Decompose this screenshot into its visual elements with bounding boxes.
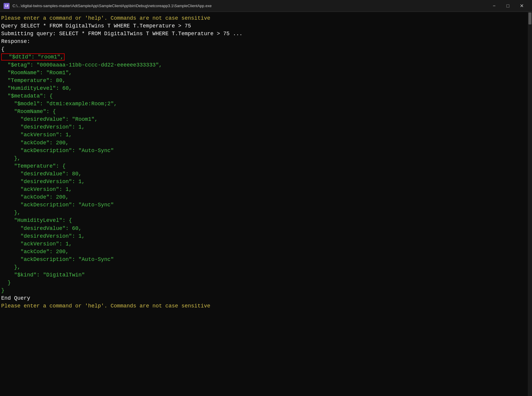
terminal-output: Please enter a command or 'help'. Comman…	[1, 14, 531, 310]
terminal-line: "ackDescription": "Auto-Sync"	[1, 256, 531, 263]
terminal-line: "$model": "dtmi:example:Room;2",	[1, 100, 531, 108]
terminal-line: "$kind": "DigitalTwin"	[1, 271, 531, 279]
terminal-line: },	[1, 263, 531, 271]
terminal-line: "HumidityLevel": 60,	[1, 84, 531, 92]
terminal-line: "ackDescription": "Auto-Sync"	[1, 201, 531, 209]
terminal-line: },	[1, 154, 531, 162]
window-title: C:\...\digital-twins-samples-master\AdtS…	[13, 4, 487, 8]
terminal-line: "ackVersion": 1,	[1, 185, 531, 193]
terminal-line: "desiredVersion": 1,	[1, 123, 531, 131]
highlighted-dt-id: "$dtId": "room1",	[1, 53, 65, 61]
terminal-line: "desiredValue": 60,	[1, 225, 531, 232]
terminal-line: Please enter a command or 'help'. Comman…	[1, 14, 531, 22]
terminal-line: "desiredVersion": 1,	[1, 178, 531, 185]
terminal-window: C# C:\...\digital-twins-samples-master\A…	[0, 0, 532, 396]
terminal-line: "desiredVersion": 1,	[1, 232, 531, 240]
title-bar: C# C:\...\digital-twins-samples-master\A…	[0, 0, 532, 12]
terminal-line: {	[1, 45, 531, 53]
terminal-line: },	[1, 209, 531, 216]
terminal-line: "ackVersion": 1,	[1, 131, 531, 139]
terminal-line: Submitting query: SELECT * FROM DigitalT…	[1, 30, 531, 38]
terminal-line: "RoomName": {	[1, 108, 531, 115]
terminal-line: "ackDescription": "Auto-Sync"	[1, 147, 531, 154]
terminal-line: }	[1, 279, 531, 287]
terminal-line: "RoomName": "Room1",	[1, 69, 531, 77]
terminal-line: "$metadata": {	[1, 92, 531, 100]
terminal-line: "ackCode": 200,	[1, 139, 531, 147]
scrollbar-thumb[interactable]	[528, 13, 531, 24]
terminal-line: "desiredValue": 80,	[1, 170, 531, 178]
terminal-line: }	[1, 287, 531, 294]
scrollbar[interactable]	[528, 12, 532, 396]
terminal-line: "$dtId": "room1",	[1, 53, 531, 61]
terminal-line: Query SELECT * FROM DigitalTwins T WHERE…	[1, 22, 531, 30]
terminal-line: Response:	[1, 38, 531, 45]
window-controls: − □ ✕	[487, 0, 528, 12]
minimize-button[interactable]: −	[487, 0, 501, 12]
terminal-line: End Query	[1, 294, 531, 302]
terminal-line: "Temperature": {	[1, 162, 531, 170]
terminal-line: "HumidityLevel": {	[1, 216, 531, 224]
close-button[interactable]: ✕	[515, 0, 528, 12]
terminal-line: Please enter a command or 'help'. Comman…	[1, 302, 531, 310]
terminal-content: Please enter a command or 'help'. Comman…	[0, 12, 532, 396]
terminal-line: "$etag": "0000aaaa-11bb-cccc-dd22-eeeeee…	[1, 61, 531, 69]
terminal-line: "desiredValue": "Room1",	[1, 115, 531, 123]
maximize-button[interactable]: □	[501, 0, 515, 12]
terminal-line: "Temperature": 80,	[1, 77, 531, 84]
terminal-line: "ackCode": 200,	[1, 248, 531, 256]
app-icon: C#	[4, 3, 10, 9]
terminal-line: "ackCode": 200,	[1, 193, 531, 201]
terminal-line: "ackVersion": 1,	[1, 240, 531, 248]
